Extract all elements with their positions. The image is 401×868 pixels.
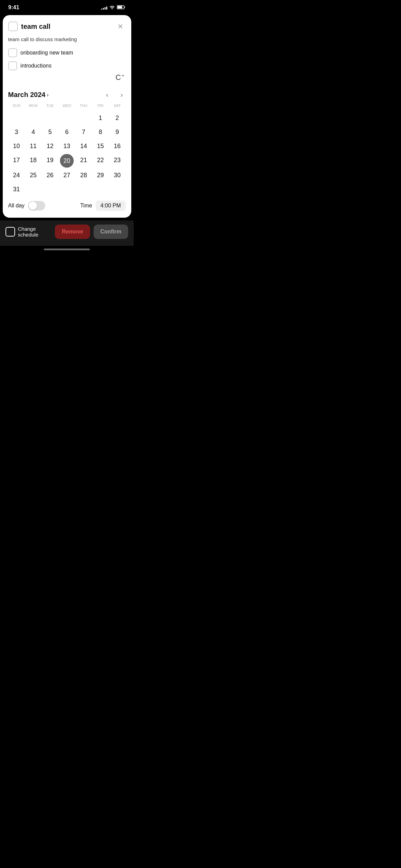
status-bar: 9:41 bbox=[0, 0, 134, 15]
month-nav: ‹ › bbox=[103, 89, 125, 100]
day-header-thu: THU bbox=[75, 101, 92, 110]
cal-day[interactable]: 16 bbox=[109, 139, 126, 153]
cal-day[interactable]: 19 bbox=[42, 153, 59, 168]
cal-day[interactable]: 21 bbox=[75, 153, 92, 168]
time-label: Time bbox=[80, 203, 92, 209]
time-value[interactable]: 4:00 PM bbox=[96, 201, 126, 211]
cal-day[interactable]: 2 bbox=[109, 111, 126, 125]
cal-day[interactable]: 8 bbox=[92, 125, 109, 139]
day-header-fri: FRI bbox=[92, 101, 109, 110]
cal-day[interactable]: 3 bbox=[8, 125, 25, 139]
subtask-label-2: introductions bbox=[21, 63, 52, 69]
cal-day[interactable]: 25 bbox=[25, 168, 42, 182]
svg-text:C: C bbox=[116, 73, 121, 82]
day-header-mon: MON bbox=[25, 101, 42, 110]
allday-section: All day bbox=[8, 201, 45, 210]
cal-day[interactable]: 7 bbox=[75, 125, 92, 139]
battery-icon bbox=[117, 5, 125, 10]
cal-day[interactable]: 29 bbox=[92, 168, 109, 182]
cal-day-empty bbox=[42, 111, 59, 125]
next-month-button[interactable]: › bbox=[118, 89, 126, 100]
wifi-icon bbox=[109, 5, 115, 10]
cal-day[interactable]: 31 bbox=[8, 182, 25, 196]
task-main-checkbox[interactable] bbox=[8, 22, 18, 31]
calendar-grid: SUN MON TUE WED THU FRI SAT 123456789101… bbox=[3, 101, 131, 196]
subtask-label-1: onboarding new team bbox=[21, 50, 73, 56]
cal-day[interactable]: 30 bbox=[109, 168, 126, 182]
cal-day-selected[interactable]: 20 bbox=[60, 154, 74, 168]
status-time: 9:41 bbox=[8, 4, 19, 11]
allday-toggle[interactable] bbox=[28, 201, 45, 210]
cal-day[interactable]: 18 bbox=[25, 153, 42, 168]
month-title-text: March 2024 bbox=[8, 91, 46, 99]
month-title: March 2024 › bbox=[8, 91, 49, 99]
day-header-wed: WED bbox=[59, 101, 75, 110]
cal-day[interactable]: 27 bbox=[59, 168, 75, 182]
svg-text:+: + bbox=[122, 73, 124, 78]
close-button[interactable]: ✕ bbox=[116, 21, 126, 32]
signal-icon bbox=[101, 5, 107, 10]
cal-day[interactable]: 1 bbox=[92, 111, 109, 125]
change-schedule-icon bbox=[5, 227, 15, 237]
cal-day[interactable]: 6 bbox=[59, 125, 75, 139]
day-header-sat: SAT bbox=[109, 101, 126, 110]
cal-day[interactable]: 15 bbox=[92, 139, 109, 153]
cal-day[interactable]: 14 bbox=[75, 139, 92, 153]
subtask-checkbox-2[interactable] bbox=[8, 61, 17, 70]
cal-day-empty bbox=[75, 182, 92, 196]
remove-button[interactable]: Remove bbox=[55, 225, 90, 239]
cal-day[interactable]: 26 bbox=[42, 168, 59, 182]
day-header-tue: TUE bbox=[42, 101, 59, 110]
month-header: March 2024 › ‹ › bbox=[3, 87, 131, 101]
cal-day[interactable]: 11 bbox=[25, 139, 42, 153]
task-header: team call ✕ bbox=[3, 15, 131, 35]
cal-day-empty bbox=[59, 111, 75, 125]
cal-day[interactable]: 22 bbox=[92, 153, 109, 168]
subtask-item-1: onboarding new team bbox=[3, 46, 131, 59]
allday-label: All day bbox=[8, 203, 25, 209]
cal-day[interactable]: 4 bbox=[25, 125, 42, 139]
confirm-button[interactable]: Confirm bbox=[94, 225, 128, 239]
cal-day-empty bbox=[42, 182, 59, 196]
cal-day[interactable]: 17 bbox=[8, 153, 25, 168]
cal-day-empty bbox=[25, 182, 42, 196]
toggle-thumb bbox=[29, 202, 37, 210]
day-headers: SUN MON TUE WED THU FRI SAT bbox=[8, 101, 126, 110]
cal-day[interactable]: 23 bbox=[109, 153, 126, 168]
cal-day[interactable]: 9 bbox=[109, 125, 126, 139]
calendar-add-icon[interactable]: C + bbox=[116, 72, 126, 84]
cal-day[interactable]: 28 bbox=[75, 168, 92, 182]
cal-day-empty bbox=[92, 182, 109, 196]
cal-day-empty bbox=[25, 111, 42, 125]
cal-day-empty bbox=[109, 182, 126, 196]
cal-day[interactable]: 13 bbox=[59, 139, 75, 153]
calendar-days: 1234567891011121314151617181920212223242… bbox=[8, 111, 126, 196]
subtask-checkbox-1[interactable] bbox=[8, 48, 17, 57]
cal-day-empty bbox=[59, 182, 75, 196]
prev-month-button[interactable]: ‹ bbox=[103, 89, 111, 100]
cal-day-empty bbox=[8, 111, 25, 125]
main-card: team call ✕ team call to discuss marketi… bbox=[3, 15, 131, 218]
svg-rect-1 bbox=[118, 6, 122, 8]
cal-day[interactable]: 24 bbox=[8, 168, 25, 182]
day-header-sun: SUN bbox=[8, 101, 25, 110]
task-title: team call bbox=[21, 23, 112, 31]
subtask-item-2: introductions bbox=[3, 59, 131, 72]
status-icons bbox=[101, 5, 125, 10]
cal-day[interactable]: 10 bbox=[8, 139, 25, 153]
cal-day-empty bbox=[75, 111, 92, 125]
calendar-add-row: C + bbox=[3, 72, 131, 84]
time-section: Time 4:00 PM bbox=[80, 201, 126, 211]
cal-day[interactable]: 5 bbox=[42, 125, 59, 139]
home-indicator bbox=[44, 249, 90, 250]
change-schedule-label[interactable]: Change schedule bbox=[18, 226, 51, 238]
cal-day[interactable]: 12 bbox=[42, 139, 59, 153]
allday-time-row: All day Time 4:00 PM bbox=[3, 196, 131, 211]
month-chevron-icon[interactable]: › bbox=[47, 92, 48, 98]
task-description: team call to discuss marketing bbox=[3, 35, 131, 46]
change-schedule-area: Change schedule bbox=[5, 226, 51, 238]
bottom-bar: Change schedule Remove Confirm bbox=[0, 220, 134, 246]
